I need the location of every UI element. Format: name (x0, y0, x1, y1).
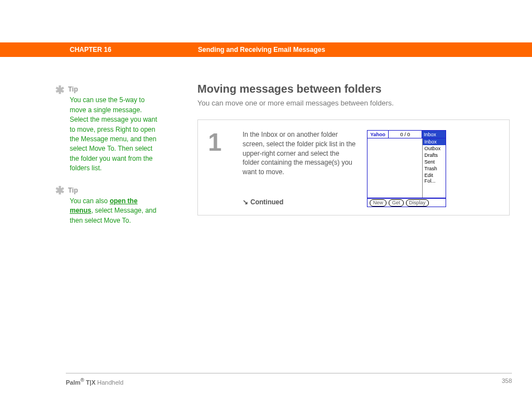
chapter-title: Sending and Receiving Email Messages (198, 46, 325, 54)
device-get-button[interactable]: Get (389, 199, 404, 207)
folder-item[interactable]: Outbox (423, 145, 446, 152)
main-content: Moving messages between folders You can … (197, 83, 510, 215)
device-folder-list[interactable]: Inbox Outbox Drafts Sent Trash Edit Fol.… (422, 138, 446, 198)
folder-item[interactable]: Sent (423, 159, 446, 165)
footer-rule (66, 373, 512, 373)
tip-label: Tip (68, 85, 78, 94)
step-text: In the Inbox or on another folder screen… (243, 130, 357, 177)
device-folder-picker[interactable]: Inbox (422, 131, 446, 138)
section-heading: Moving messages between folders (197, 83, 510, 95)
asterisk-icon: ✱ (55, 187, 65, 194)
brand-model: T|X (84, 379, 95, 386)
device-counter: 0 / 0 (389, 131, 422, 138)
chapter-label: CHAPTER 16 (70, 46, 198, 54)
folder-item[interactable]: Inbox (423, 138, 446, 145)
step-number: 1 (208, 130, 230, 207)
step-box: 1 In the Inbox or on another folder scre… (197, 119, 510, 215)
folder-item[interactable]: Drafts (423, 152, 446, 159)
tip-body: You can also open the menus, select Mess… (70, 197, 158, 226)
footer-brand: Palm® T|X Handheld (66, 377, 123, 386)
device-new-button[interactable]: New (370, 199, 386, 207)
continued-label: Continued (250, 198, 283, 207)
page-number: 358 (502, 377, 512, 386)
tip-label: Tip (68, 186, 78, 195)
header-bar: CHAPTER 16 Sending and Receiving Email M… (0, 42, 532, 57)
continued-indicator: ↘ Continued (243, 198, 357, 207)
tip-1: ✱ Tip You can use the 5-way to move a si… (55, 85, 158, 174)
tip-body: You can use the 5-way to move a single m… (70, 95, 158, 173)
continued-arrow-icon: ↘ (243, 198, 248, 207)
device-screenshot: Yahoo 0 / 0 Inbox Inbox Outbox Drafts Se… (367, 130, 446, 207)
brand-name: Palm (66, 379, 80, 386)
device-message-list (367, 138, 422, 198)
sidebar: ✱ Tip You can use the 5-way to move a si… (55, 85, 158, 238)
tip-text-pre: You can also (70, 197, 110, 205)
asterisk-icon: ✱ (55, 87, 65, 93)
tip-2: ✱ Tip You can also open the menus, selec… (55, 186, 158, 226)
device-display-button[interactable]: Display (406, 199, 429, 207)
folder-item[interactable]: Edit Fol... (423, 172, 446, 184)
folder-item[interactable]: Trash (423, 165, 446, 172)
device-account: Yahoo (367, 131, 389, 138)
section-intro: You can move one or more email messages … (197, 99, 510, 107)
footer: Palm® T|X Handheld 358 (66, 377, 512, 386)
brand-suffix: Handheld (95, 379, 123, 386)
